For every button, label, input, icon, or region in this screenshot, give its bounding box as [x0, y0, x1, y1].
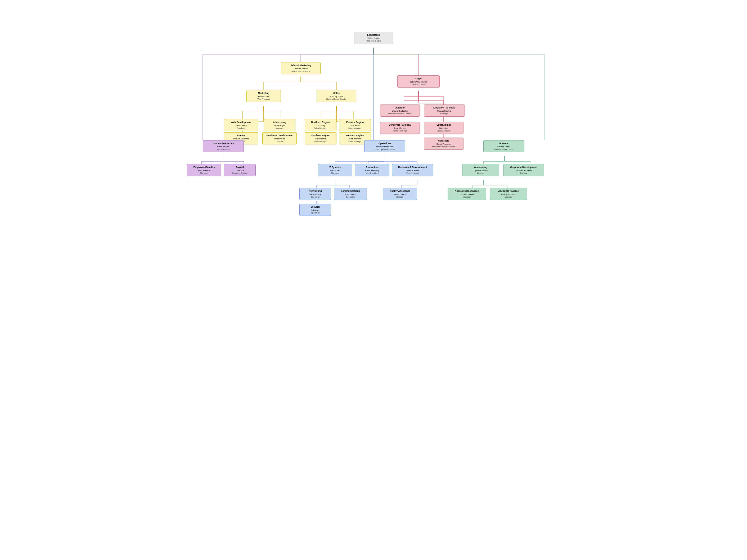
- node-accounts-receivable: Accounts Receivable Nichole Hinton Manag…: [447, 188, 486, 200]
- node-operations: Operations Hannah Matthews Chief Operati…: [364, 140, 405, 152]
- node-eastern: Eastern Region Gina Smith Sales Manager: [339, 119, 371, 131]
- node-leadership: Leadership Walter Smith President & CEO: [354, 32, 393, 44]
- node-northern: Northern Region Yas Tung Sales Manager: [305, 119, 336, 131]
- node-qa: Quality Assurance Boaz Cohen Director: [383, 188, 417, 200]
- node-corp-dev: Corporate Development Michael Johnson Di…: [503, 164, 544, 176]
- node-payroll: Payroll Julia Tsai Business Analyst: [224, 164, 256, 176]
- node-advertising: Advertising Nicole Wyatt Manager: [264, 119, 295, 131]
- node-legal: Legal Dalton Washington General Counsel: [397, 75, 440, 87]
- node-accounts-payable: Accounts Payable Tiffany Johnston Manage…: [490, 188, 527, 200]
- node-litigation: Litigation Wayne Gallagher Associate Gen…: [380, 105, 420, 117]
- node-contracts: Contracts Samir Frangieh Assistant Gener…: [424, 138, 464, 150]
- node-litigation-paralegal: Litigation Paralegal Megan Medina Parale…: [424, 105, 465, 117]
- node-employee-benefits: Employee Benefits Sam Paulson Manager: [187, 164, 221, 176]
- node-hr: Human Resources Chad Adams Vice Presiden…: [203, 140, 244, 152]
- node-networking: Networking Jack Kersey Specialist: [300, 188, 331, 200]
- node-rd: Research & Development Jessica Baker Vic…: [392, 164, 433, 176]
- node-it-systems: IT Systems Brad Jones Manager: [318, 164, 352, 176]
- node-production: Production Alexa Kennedy Vice President: [355, 164, 389, 176]
- node-accounting: Accounting Cynthia Moore Director: [462, 164, 499, 176]
- node-sales: Sales Anthony Davis National Sales Direc…: [316, 90, 356, 102]
- node-marketing: Marketing Jennifer Zhao Vice President: [247, 90, 281, 102]
- node-bizdev: Business Development Johnny Clay Directo…: [262, 132, 297, 144]
- node-finance: Finance Kendra Perez Chief Financial Off…: [483, 140, 524, 152]
- node-webdev: Web Development Kevin Perry Developer: [224, 119, 258, 131]
- node-corp-paralegal: Corporate Paralegal Juan Moreno Senior P…: [380, 122, 420, 134]
- org-chart: Leadership Walter Smith President & CEO …: [187, 10, 560, 291]
- node-salesmarketing: Sales & Marketing Christie James Senior …: [281, 62, 320, 74]
- node-southern: Southern Region Seth Booth Sales Manager: [305, 132, 336, 144]
- node-communications: Communications Boaz Cohen Specialist: [334, 188, 367, 200]
- node-security: Security John Jay Specialist: [300, 204, 331, 216]
- node-legal-admin: Legal Admin Lisa Libel Legal Assistant: [424, 122, 464, 134]
